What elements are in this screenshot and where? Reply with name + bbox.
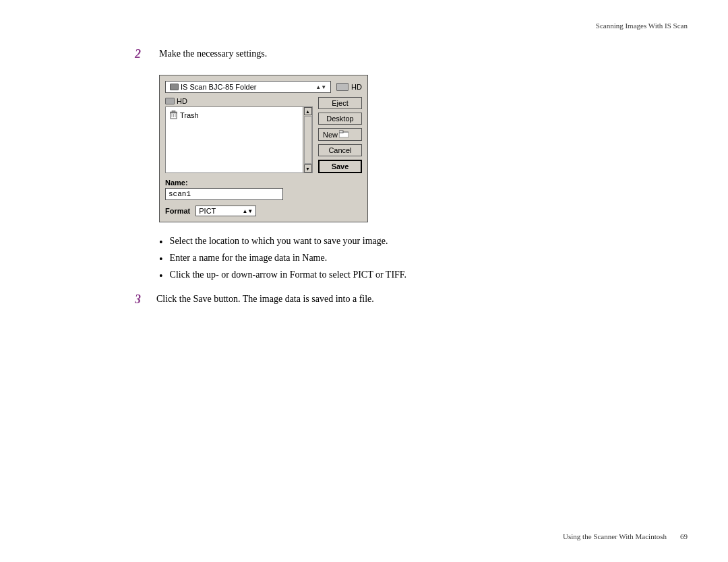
step-3-number: 3 (135, 292, 148, 307)
new-button[interactable]: New (318, 128, 362, 141)
step-3-text: Click the Save button. The image data is… (156, 292, 374, 305)
bullet-item-2: • Enter a name for the image data in Nam… (159, 253, 688, 266)
dropdown-arrows-icon: ▲▼ (315, 84, 326, 90)
bullet-icon-1: • (159, 236, 163, 249)
hd-list-text: HD (177, 97, 187, 105)
bullet-text-3: Click the up- or down-arrow in Format to… (170, 270, 406, 280)
header-title: Scanning Images With IS Scan (596, 22, 688, 30)
folder-dropdown-text: IS Scan BJC-85 Folder (181, 83, 257, 91)
file-list-area: Trash ▲ ▼ (165, 106, 313, 173)
step-2-container: 2 Make the necessary settings. (135, 47, 688, 61)
format-arrows-icon: ▲▼ (242, 208, 253, 214)
hd-list-icon (165, 98, 175, 104)
format-section: Format PICT ▲▼ (165, 206, 362, 216)
content-area: 2 Make the necessary settings. IS Scan B… (135, 47, 688, 307)
cancel-button[interactable]: Cancel (318, 144, 362, 156)
format-label: Format (165, 207, 190, 215)
new-folder-icon (339, 130, 348, 139)
scroll-down-button[interactable]: ▼ (304, 164, 312, 173)
step-2-text: Make the necessary settings. (159, 47, 267, 59)
bullet-icon-2: • (159, 253, 163, 266)
page-footer: Using the Scanner With Macintosh 69 (563, 532, 688, 540)
trash-icon (170, 111, 177, 119)
name-section: Name: (165, 179, 362, 200)
step-3-container: 3 Click the Save button. The image data … (135, 292, 688, 307)
bullet-text-1: Select the location to which you want to… (170, 236, 388, 247)
bullet-icon-3: • (159, 270, 163, 282)
footer-left: Using the Scanner With Macintosh (563, 532, 667, 540)
hd-list-item: HD (165, 97, 313, 105)
page-header: Scanning Images With IS Scan (596, 22, 688, 30)
svg-rect-7 (339, 131, 343, 133)
hd-top-label: HD (336, 83, 362, 91)
name-label: Name: (165, 179, 362, 187)
footer-page: 69 (680, 532, 688, 540)
name-input[interactable] (165, 188, 283, 200)
bullet-item-1: • Select the location to which you want … (159, 236, 688, 249)
trash-label: Trash (180, 111, 199, 119)
save-dialog-container: IS Scan BJC-85 Folder ▲▼ HD HD (159, 75, 688, 222)
hd-top-text: HD (351, 83, 362, 91)
scroll-up-button[interactable]: ▲ (304, 107, 312, 115)
desktop-button[interactable]: Desktop (318, 113, 362, 125)
bullet-text-2: Enter a name for the image data in Name. (170, 253, 328, 263)
eject-button[interactable]: Eject (318, 97, 362, 109)
dialog-buttons: Eject Desktop New Cancel Save (318, 97, 362, 173)
file-list-column: HD (165, 97, 313, 173)
format-value: PICT (199, 207, 216, 215)
new-button-label: New (323, 131, 338, 139)
folder-dropdown[interactable]: IS Scan BJC-85 Folder ▲▼ (165, 81, 331, 93)
scroll-thumb[interactable] (304, 116, 312, 164)
format-dropdown[interactable]: PICT ▲▼ (195, 206, 256, 216)
step-2-number: 2 (135, 47, 148, 61)
new-folder-svg-icon (339, 130, 348, 137)
dialog-title-bar: IS Scan BJC-85 Folder ▲▼ HD (165, 81, 362, 93)
dialog-main: HD (165, 97, 362, 173)
trash-svg-icon (170, 111, 177, 119)
bullet-list: • Select the location to which you want … (159, 236, 688, 283)
trash-list-item: Trash (169, 110, 309, 120)
bullet-item-3: • Click the up- or down-arrow in Format … (159, 270, 688, 282)
save-dialog: IS Scan BJC-85 Folder ▲▼ HD HD (159, 75, 368, 222)
file-list-scrollbar[interactable]: ▲ ▼ (303, 107, 312, 173)
save-button[interactable]: Save (318, 160, 362, 173)
svg-rect-2 (172, 111, 175, 113)
